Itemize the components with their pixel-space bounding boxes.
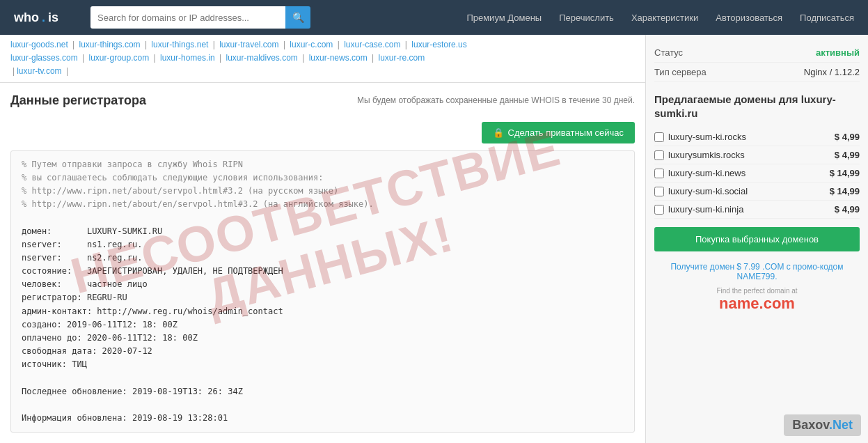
- registrar-section: Данные регистратора Мы будем отображать …: [0, 83, 645, 122]
- whois-data: % Путем отправки запроса в службу Whois …: [10, 150, 635, 433]
- domain-checkbox-1[interactable]: [654, 150, 664, 160]
- pipe: |: [80, 53, 87, 63]
- nav-list[interactable]: Перечислить: [559, 13, 614, 23]
- pipe: |: [143, 40, 150, 49]
- registrar-header: Данные регистратора Мы будем отображать …: [10, 93, 635, 108]
- domain-price-2: $ 14,99: [830, 168, 860, 178]
- domain-name-0: luxury-sum-ki.rocks: [668, 132, 746, 142]
- pipe: |: [300, 53, 307, 63]
- nav-subscribe[interactable]: Подписаться: [800, 13, 854, 23]
- pipe: |: [335, 40, 342, 49]
- domain-name-4: luxury-sum-ki.ninja: [668, 204, 743, 215]
- status-row: Статус активный: [654, 43, 860, 63]
- server-type-row: Тип сервера Nginx / 1.12.2: [654, 63, 860, 82]
- lock-icon: 🔒: [493, 127, 504, 138]
- pipe: |: [403, 40, 410, 49]
- registrar-note: Мы будем отображать сохраненные данные W…: [357, 95, 635, 105]
- baxov-text-part1: Baxov: [792, 418, 829, 432]
- domain-link-8[interactable]: luxur-group.com: [89, 53, 150, 63]
- pipe: |: [210, 40, 217, 49]
- promo-section: Получите домен $ 7.99 .COM с промо-кодом…: [654, 262, 860, 313]
- logo-dot: .: [42, 10, 45, 25]
- domain-option-2: luxury-sum-ki.news $ 14,99: [654, 164, 860, 182]
- pipe: |: [217, 53, 224, 63]
- nav-features[interactable]: Характеристики: [631, 13, 698, 23]
- namecom-sub: Find the perfect domain at: [654, 287, 860, 295]
- suggested-domains-title: Предлагаемые домены для luxury-sumki.ru: [654, 93, 860, 120]
- domain-checkbox-4[interactable]: [654, 205, 664, 215]
- buy-button[interactable]: Покупка выбранных доменов: [654, 227, 860, 251]
- domain-link-13[interactable]: luxur-tv.com: [17, 66, 61, 76]
- domain-name-3: luxury-sum-ki.social: [668, 186, 748, 196]
- domain-link-10[interactable]: luxur-maldives.com: [226, 53, 298, 63]
- search-button[interactable]: 🔍: [285, 6, 310, 29]
- domain-option-4: luxury-sum-ki.ninja $ 4,99: [654, 201, 860, 219]
- baxov-watermark: Baxov.Net: [784, 414, 861, 436]
- namecom-logo: name.com: [654, 295, 860, 313]
- right-sidebar: Статус активный Тип сервера Nginx / 1.12…: [645, 35, 868, 443]
- pipe: |: [70, 40, 77, 49]
- status-value: активный: [816, 47, 860, 58]
- pipe: |: [370, 53, 377, 63]
- domain-option-left-1: luxurysumkis.rocks: [654, 150, 745, 160]
- domain-price-0: $ 4,99: [835, 132, 860, 142]
- domain-link-5[interactable]: luxur-case.com: [344, 40, 400, 49]
- domain-price-1: $ 4,99: [835, 150, 860, 160]
- header: who.is 🔍 Премиум Домены Перечислить Хара…: [0, 0, 868, 35]
- registrar-title: Данные регистратора: [10, 93, 146, 108]
- domain-checkbox-2[interactable]: [654, 169, 664, 178]
- domain-name-1: luxurysumkis.rocks: [668, 150, 745, 160]
- nav-premium-domains[interactable]: Премиум Домены: [466, 13, 542, 23]
- domain-link-11[interactable]: luxur-news.com: [309, 53, 368, 63]
- namecom-logo-part2: .com: [759, 295, 795, 312]
- domain-link-6[interactable]: luxur-estore.us: [411, 40, 466, 49]
- domain-links-bar: luxur-goods.net | luxur-things.com | lux…: [0, 35, 645, 83]
- nav-login[interactable]: Авторизоваться: [716, 13, 782, 23]
- privacy-btn-area: 🔒 Сделать приватным сейчас: [0, 122, 645, 150]
- domain-option-0: luxury-sum-ki.rocks $ 4,99: [654, 128, 860, 146]
- domain-option-1: luxurysumkis.rocks $ 4,99: [654, 146, 860, 164]
- domain-link-12[interactable]: luxur-re.com: [378, 53, 425, 63]
- domain-link-0[interactable]: luxur-goods.net: [10, 40, 68, 49]
- baxov-text-part2: .Net: [829, 418, 853, 432]
- pipe: |: [281, 40, 288, 49]
- namecom-logo-part1: name: [719, 295, 759, 312]
- domain-option-left-3: luxury-sum-ki.social: [654, 186, 748, 196]
- logo-is: is: [48, 10, 58, 25]
- search-input[interactable]: [90, 6, 285, 29]
- left-content: luxur-goods.net | luxur-things.com | lux…: [0, 35, 645, 443]
- suggested-domains-section: Предлагаемые домены для luxury-sumki.ru …: [654, 93, 860, 313]
- domain-link-3[interactable]: luxur-travel.com: [219, 40, 278, 49]
- logo-who: who: [14, 10, 39, 25]
- server-type-value: Nginx / 1.12.2: [804, 67, 860, 77]
- domain-option-left-4: luxury-sum-ki.ninja: [654, 204, 743, 215]
- domain-link-9[interactable]: luxur-homes.in: [160, 53, 215, 63]
- promo-text: Получите домен $ 7.99 .COM с промо-кодом…: [654, 262, 860, 281]
- main-nav: Премиум Домены Перечислить Характеристик…: [466, 13, 854, 23]
- domain-price-3: $ 14,99: [830, 186, 860, 196]
- main-wrapper: luxur-goods.net | luxur-things.com | lux…: [0, 35, 868, 443]
- domain-option-left-0: luxury-sum-ki.rocks: [654, 132, 746, 142]
- pipe: |: [13, 66, 15, 76]
- domain-link-4[interactable]: luxur-c.com: [290, 40, 333, 49]
- pipe: |: [151, 53, 158, 63]
- pipe: |: [64, 66, 68, 76]
- server-type-label: Тип сервера: [654, 67, 707, 77]
- domain-link-7[interactable]: luxur-glasses.com: [10, 53, 78, 63]
- search-icon: 🔍: [292, 12, 304, 23]
- search-bar: 🔍: [90, 6, 310, 29]
- domain-link-1[interactable]: luxur-things.com: [79, 40, 141, 49]
- domain-option-left-2: luxury-sum-ki.news: [654, 168, 745, 178]
- logo[interactable]: who.is: [14, 10, 77, 25]
- domain-price-4: $ 4,99: [835, 204, 860, 215]
- privacy-button[interactable]: 🔒 Сделать приватным сейчас: [482, 122, 635, 143]
- privacy-btn-label: Сделать приватным сейчас: [508, 127, 624, 138]
- domain-checkbox-3[interactable]: [654, 187, 664, 196]
- domain-checkbox-0[interactable]: [654, 132, 664, 142]
- domain-link-2[interactable]: luxur-things.net: [151, 40, 208, 49]
- status-label: Статус: [654, 47, 683, 58]
- domain-option-3: luxury-sum-ki.social $ 14,99: [654, 182, 860, 201]
- domain-name-2: luxury-sum-ki.news: [668, 168, 745, 178]
